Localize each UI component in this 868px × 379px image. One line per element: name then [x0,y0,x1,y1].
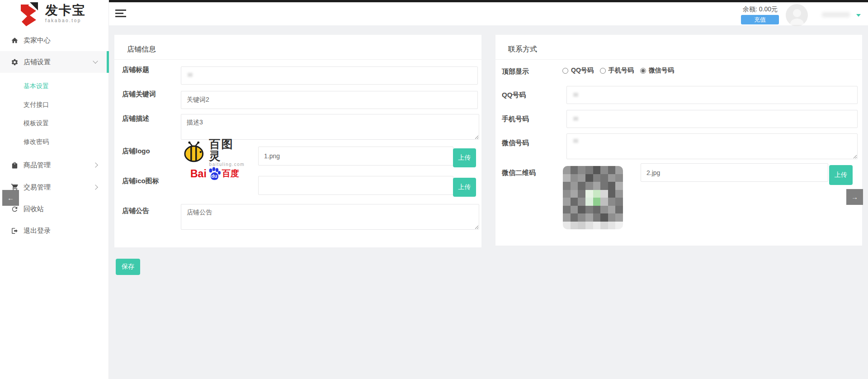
scroll-left-button[interactable]: ← [2,190,19,206]
baidu-du-text: du [207,173,222,179]
store-logo-preview: 百图灵 baituling.com [182,139,245,166]
balance-value: 0.00元 [759,5,778,13]
divider [114,59,481,60]
store-desc-label: 店铺描述 [122,114,179,123]
phone-number-input[interactable] [566,110,858,128]
bee-brand-text: 百图灵 [209,138,245,161]
sidebar-item-product-management[interactable]: 商品管理 [0,154,109,176]
active-indicator-bar [107,51,109,73]
wechat-qr-filename-input[interactable] [641,163,828,182]
store-title-input[interactable] [181,66,478,85]
store-ico-label: 店铺ico图标 [122,177,179,185]
radio-qq-label[interactable]: QQ号码 [571,66,594,75]
sidebar-item-label: 退出登录 [24,227,51,235]
wechat-qr-image [563,166,623,229]
store-keywords-input[interactable] [181,91,478,109]
sidebar-subitem-change-password[interactable]: 修改密码 [0,133,109,151]
top-display-label: 顶部显示 [502,67,558,76]
person-silhouette-icon [788,7,806,25]
hamburger-menu-icon[interactable] [115,9,128,19]
arrow-right-icon: → [851,193,858,201]
balance-label: 余额: [743,5,757,13]
logout-icon [11,227,24,235]
contact-panel: 联系方式 顶部显示 QQ号码 手机号码 微信号码 QQ号码 手机号码 微信号码 … [495,35,862,246]
contact-panel-title: 联系方式 [508,45,537,54]
qq-number-label: QQ号码 [502,91,558,99]
store-logo-label: 店铺logo [122,147,179,156]
radio-qq[interactable] [562,68,568,74]
baidu-paw-icon: du [207,166,222,181]
baidu-bai-text: Bai [190,168,207,180]
arrow-left-icon: ← [7,194,14,202]
wechat-qr-label: 微信二维码 [502,169,558,177]
sidebar-item-shop-settings[interactable]: 店铺设置 [0,51,109,73]
home-icon [11,37,24,44]
top-display-radio-group: QQ号码 手机号码 微信号码 [562,66,678,75]
chevron-down-icon[interactable] [856,14,861,17]
gear-icon [11,58,24,66]
baidu-cn-text: 百度 [222,168,239,180]
sidebar-item-label: 店铺设置 [24,58,51,66]
chevron-down-icon [93,58,98,63]
radio-phone-label[interactable]: 手机号码 [609,66,634,75]
sidebar-item-label: 交易管理 [24,183,51,192]
store-desc-textarea[interactable]: 描述3 [181,114,479,140]
store-keywords-label: 店铺关键词 [122,90,179,99]
sidebar-item-label: 卖家中心 [24,36,51,45]
sidebar-item-seller-center[interactable]: 卖家中心 [0,29,109,51]
store-logo-upload-button[interactable]: 上传 [453,148,476,167]
store-title-label: 店铺标题 [122,66,179,74]
brand-domain: fakabao.top [45,18,86,23]
divider [495,59,862,60]
store-ico-preview: Bai du 百度 [190,164,240,183]
sidebar-subitem-template-settings[interactable]: 模板设置 [0,114,109,133]
chevron-right-icon [93,162,98,167]
sidebar-item-label: 回收站 [24,205,44,213]
fakabao-logo-icon [16,2,42,27]
logo-area[interactable]: 发卡宝 fakabao.top [0,0,108,28]
store-logo-filename-input[interactable] [258,147,453,166]
sidebar-item-logout[interactable]: 退出登录 [0,220,109,242]
store-panel-title: 店铺信息 [127,45,156,54]
wechat-number-textarea[interactable] [566,133,858,159]
sidebar-item-label: 商品管理 [24,161,51,170]
recharge-button[interactable]: 充值 [741,15,779,24]
shopping-bag-icon [11,161,24,169]
brand-name: 发卡宝 [45,4,86,17]
scroll-right-button[interactable]: → [846,189,863,205]
balance-text: 余额: 0.00元 [743,5,778,14]
store-info-panel: 店铺信息 店铺标题 店铺关键词 店铺描述 描述3 店铺logo 百图灵 bait… [114,35,481,247]
store-ico-filename-input[interactable] [258,176,453,195]
chevron-right-icon [93,185,98,190]
wechat-qr-upload-button[interactable]: 上传 [829,165,853,185]
radio-phone[interactable] [600,68,606,74]
store-notice-textarea[interactable]: 店铺公告 [181,204,479,230]
username-redacted [822,12,850,17]
header: 余额: 0.00元 充值 [109,2,868,26]
qq-number-input[interactable] [566,86,858,104]
radio-wechat-label[interactable]: 微信号码 [649,66,674,75]
sidebar-subitem-basic-settings[interactable]: 基本设置 [0,77,109,95]
wechat-number-label: 微信号码 [502,139,558,147]
save-button[interactable]: 保存 [116,259,140,275]
phone-number-label: 手机号码 [502,115,558,123]
avatar[interactable] [786,4,808,26]
radio-wechat[interactable] [640,68,646,74]
sidebar: 发卡宝 fakabao.top 卖家中心 店铺设置 基本设置 支付接口 模板设置… [0,0,109,379]
sidebar-subitem-payment-api[interactable]: 支付接口 [0,95,109,114]
store-notice-label: 店铺公告 [122,207,179,215]
recycle-icon [11,205,24,213]
store-ico-upload-button[interactable]: 上传 [453,178,476,197]
bee-logo-icon [182,141,206,164]
